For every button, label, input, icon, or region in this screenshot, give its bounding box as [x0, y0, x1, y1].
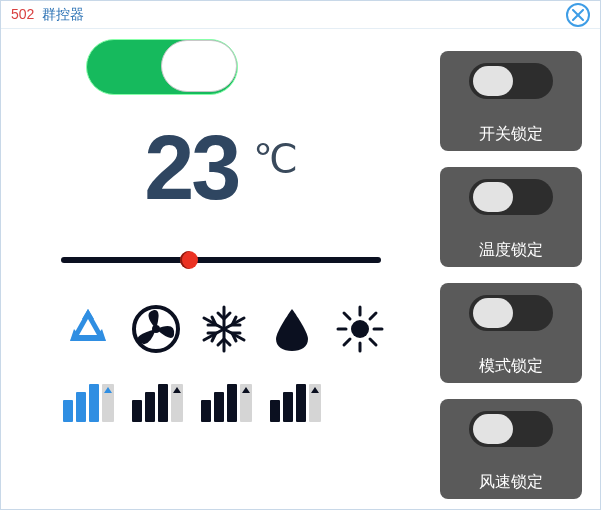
- snowflake-icon: [200, 305, 248, 353]
- close-icon: [572, 9, 584, 21]
- toggle-knob: [473, 182, 513, 212]
- power-toggle-knob: [161, 40, 237, 92]
- cycle-icon: [64, 305, 112, 353]
- temperature-unit: ℃: [253, 136, 298, 182]
- mode-cycle[interactable]: [63, 304, 113, 354]
- temperature-value: 23: [144, 117, 238, 220]
- fan-speed-2[interactable]: [132, 384, 183, 422]
- lock-temp-toggle[interactable]: [469, 179, 553, 215]
- mode-heat[interactable]: [335, 304, 385, 354]
- sun-icon: [336, 305, 384, 353]
- slider-track: [61, 257, 381, 263]
- lock-mode-toggle[interactable]: [469, 295, 553, 331]
- lock-fan-toggle[interactable]: [469, 411, 553, 447]
- mode-row: [63, 304, 401, 354]
- lock-mode-tile: 模式锁定: [440, 283, 582, 383]
- svg-line-15: [370, 313, 376, 319]
- temperature-slider[interactable]: [61, 250, 381, 270]
- lock-temp-tile: 温度锁定: [440, 167, 582, 267]
- fan-speed-1[interactable]: [63, 384, 114, 422]
- fan-speed-row: [63, 384, 401, 422]
- mode-fan[interactable]: [131, 304, 181, 354]
- controller-window: 502 群控器 23 ℃: [0, 0, 601, 510]
- droplet-icon: [268, 305, 316, 353]
- power-toggle[interactable]: [86, 39, 238, 95]
- mode-dry[interactable]: [267, 304, 317, 354]
- lock-power-tile: 开关锁定: [440, 51, 582, 151]
- lock-fan-tile: 风速锁定: [440, 399, 582, 499]
- locks-column: 开关锁定 温度锁定 模式锁定 风速锁定: [440, 51, 582, 510]
- title: 502 群控器: [11, 6, 84, 24]
- content: 23 ℃: [1, 29, 600, 509]
- titlebar: 502 群控器: [1, 1, 600, 29]
- fan-auto-indicator: [102, 384, 114, 422]
- fan-auto-indicator: [171, 384, 183, 422]
- lock-power-label: 开关锁定: [479, 124, 543, 145]
- toggle-knob: [473, 298, 513, 328]
- svg-line-14: [344, 339, 350, 345]
- svg-line-12: [344, 313, 350, 319]
- temperature-display: 23 ℃: [41, 117, 401, 220]
- svg-line-13: [370, 339, 376, 345]
- lock-fan-label: 风速锁定: [479, 472, 543, 493]
- fan-auto-indicator: [309, 384, 321, 422]
- toggle-knob: [473, 66, 513, 96]
- mode-cool[interactable]: [199, 304, 249, 354]
- fan-auto-indicator: [240, 384, 252, 422]
- fan-speed-auto[interactable]: [270, 384, 321, 422]
- slider-thumb[interactable]: [180, 251, 198, 269]
- fan-icon: [132, 305, 180, 353]
- main-column: 23 ℃: [1, 39, 431, 422]
- lock-power-toggle[interactable]: [469, 63, 553, 99]
- device-id: 502: [11, 6, 34, 22]
- device-name: 群控器: [42, 6, 84, 22]
- close-button[interactable]: [566, 3, 590, 27]
- toggle-knob: [473, 414, 513, 444]
- svg-point-7: [351, 320, 369, 338]
- fan-speed-3[interactable]: [201, 384, 252, 422]
- lock-mode-label: 模式锁定: [479, 356, 543, 377]
- lock-temp-label: 温度锁定: [479, 240, 543, 261]
